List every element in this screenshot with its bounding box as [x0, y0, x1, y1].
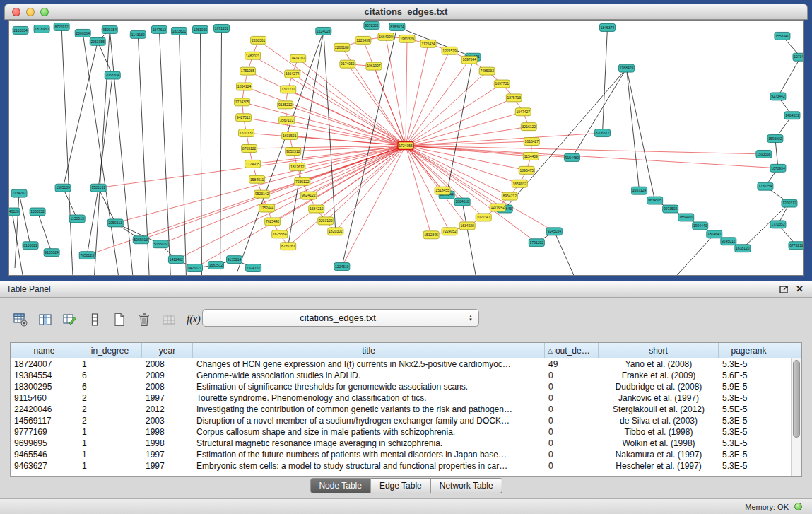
close-panel-icon[interactable]: ✕: [796, 285, 804, 293]
table-row[interactable]: 1872400712008Changes of HCN gene express…: [11, 358, 801, 370]
cell-title[interactable]: Estimation of significance thresholds fo…: [193, 382, 545, 392]
cell-short[interactable]: de Silva et al. (2003): [599, 416, 719, 426]
cell-pagerank[interactable]: 5.3E-5: [719, 416, 779, 426]
table-row[interactable]: 969969511998Structural magnetic resonanc…: [11, 438, 801, 449]
table-row[interactable]: 2242004622012Investigating the contribut…: [11, 404, 801, 415]
column-header-name[interactable]: name: [11, 343, 78, 358]
cell-pagerank[interactable]: 5.3E-5: [719, 438, 779, 448]
column-header-out_degree[interactable]: △out_de…: [545, 343, 599, 358]
cell-in_degree[interactable]: 1: [78, 438, 142, 448]
cell-pagerank[interactable]: 5.3E-5: [719, 461, 779, 471]
cell-short[interactable]: Stergiakouli et al. (2012): [599, 404, 719, 414]
cell-pagerank[interactable]: 5.9E-5: [719, 382, 779, 392]
cell-year[interactable]: 1997: [142, 461, 193, 471]
network-graph-canvas[interactable]: 1724055216203418189508725912200608495201…: [9, 21, 803, 275]
column-header-in_degree[interactable]: in_degree: [78, 343, 142, 358]
cell-name[interactable]: 9115460: [11, 393, 78, 403]
cell-out_degree[interactable]: 0: [545, 416, 599, 426]
cell-out_degree[interactable]: 0: [545, 427, 599, 437]
column-header-pagerank[interactable]: pagerank: [719, 343, 779, 358]
cell-title[interactable]: Tourette syndrome. Phenomenology and cla…: [193, 393, 545, 403]
cell-name[interactable]: 19384554: [11, 370, 78, 380]
cell-short[interactable]: Nakamura et al. (1997): [599, 450, 719, 460]
cell-in_degree[interactable]: 1: [78, 427, 142, 437]
cell-pagerank[interactable]: 5.5E-5: [719, 404, 779, 414]
column-header-short[interactable]: short: [599, 343, 719, 358]
cell-short[interactable]: Hescheler et al. (1997): [599, 461, 719, 471]
cell-out_degree[interactable]: 0: [545, 393, 599, 403]
table-select-dropdown[interactable]: citations_edges.txt ▲▼: [202, 309, 479, 327]
cell-year[interactable]: 2009: [142, 370, 193, 380]
cell-pagerank[interactable]: 5.6E-5: [719, 370, 779, 380]
cell-in_degree[interactable]: 2: [78, 393, 142, 403]
table-row[interactable]: 946554611997Estimation of the future num…: [11, 449, 801, 460]
minimize-window-button[interactable]: [26, 8, 35, 16]
column-header-year[interactable]: year: [142, 343, 193, 358]
table-row[interactable]: 1456911722003Disruption of a novel membe…: [11, 415, 801, 426]
create-table-icon[interactable]: [110, 310, 129, 329]
delete-table-icon[interactable]: [135, 310, 153, 329]
cell-short[interactable]: Franke et al. (2009): [599, 370, 719, 380]
cell-year[interactable]: 1998: [142, 427, 193, 437]
cell-name[interactable]: 9699695: [11, 438, 78, 448]
table-row[interactable]: 911546021997Tourette syndrome. Phenomeno…: [11, 392, 801, 404]
cell-short[interactable]: Dudbridge et al. (2008): [599, 382, 719, 392]
cell-short[interactable]: Wolkin et al. (1998): [599, 438, 719, 448]
cell-title[interactable]: Disruption of a novel member of a sodium…: [193, 416, 545, 426]
cell-name[interactable]: 14569117: [11, 416, 78, 426]
cell-name[interactable]: 22420046: [11, 404, 78, 414]
cell-title[interactable]: Changes of HCN gene expression and I(f) …: [193, 359, 545, 369]
cell-year[interactable]: 1998: [142, 438, 193, 448]
cell-year[interactable]: 1997: [142, 450, 193, 460]
tab-network-table[interactable]: Network Table: [431, 478, 502, 493]
cell-title[interactable]: Investigating the contribution of common…: [193, 404, 545, 414]
cell-year[interactable]: 1997: [142, 393, 193, 403]
network-window-titlebar[interactable]: citations_edges.txt: [4, 4, 808, 20]
cell-in_degree[interactable]: 1: [78, 359, 142, 369]
cell-out_degree[interactable]: 0: [545, 404, 599, 414]
cell-out_degree[interactable]: 49: [545, 359, 599, 369]
cell-name[interactable]: 18724007: [11, 359, 78, 369]
cell-year[interactable]: 2012: [142, 404, 193, 414]
row-tools-icon[interactable]: [86, 310, 104, 329]
import-table-icon[interactable]: [160, 310, 178, 329]
cell-pagerank[interactable]: 5.3E-5: [719, 427, 779, 437]
cell-pagerank[interactable]: 5.3E-5: [719, 393, 779, 403]
cell-short[interactable]: Jankovic et al. (1997): [599, 393, 719, 403]
cell-in_degree[interactable]: 1: [78, 450, 142, 460]
cell-title[interactable]: Embryonic stem cells: a model to study s…: [193, 461, 545, 471]
cell-out_degree[interactable]: 0: [545, 382, 599, 392]
cell-year[interactable]: 2008: [142, 382, 193, 392]
cell-title[interactable]: Structural magnetic resonance image aver…: [193, 438, 545, 448]
cell-in_degree[interactable]: 1: [78, 461, 142, 471]
cell-out_degree[interactable]: 0: [545, 438, 599, 448]
cell-year[interactable]: 2003: [142, 416, 193, 426]
edit-table-icon[interactable]: [61, 310, 79, 329]
cell-short[interactable]: Yano et al. (2008): [599, 359, 719, 369]
table-row[interactable]: 977716911998Corpus callosum shape and si…: [11, 426, 801, 438]
scrollbar-thumb[interactable]: [793, 360, 800, 438]
cell-name[interactable]: 9463627: [11, 461, 78, 471]
cell-in_degree[interactable]: 6: [78, 370, 142, 380]
show-columns-icon[interactable]: [36, 310, 54, 329]
cell-out_degree[interactable]: 0: [545, 370, 599, 380]
zoom-window-button[interactable]: [40, 8, 49, 16]
float-panel-icon[interactable]: [779, 285, 789, 293]
cell-pagerank[interactable]: 5.3E-5: [719, 359, 779, 369]
table-row[interactable]: 1830029562008Estimation of significance …: [11, 381, 801, 392]
table-settings-icon[interactable]: [11, 310, 30, 329]
column-header-title[interactable]: title: [193, 343, 545, 358]
table-row[interactable]: 1938455462009Genome-wide association stu…: [11, 370, 801, 381]
cell-pagerank[interactable]: 5.3E-5: [719, 450, 779, 460]
function-builder-icon[interactable]: f(x): [184, 310, 203, 329]
cell-in_degree[interactable]: 2: [78, 416, 142, 426]
cell-year[interactable]: 2008: [142, 359, 193, 369]
cell-short[interactable]: Tibbo et al. (1998): [599, 427, 719, 437]
vertical-scrollbar[interactable]: [791, 358, 801, 476]
tab-edge-table[interactable]: Edge Table: [371, 478, 431, 493]
cell-name[interactable]: 9465546: [11, 450, 78, 460]
cell-name[interactable]: 18300295: [11, 382, 78, 392]
cell-out_degree[interactable]: 0: [545, 450, 599, 460]
cell-out_degree[interactable]: 0: [545, 461, 599, 471]
cell-title[interactable]: Estimation of the future numbers of pati…: [193, 450, 545, 460]
